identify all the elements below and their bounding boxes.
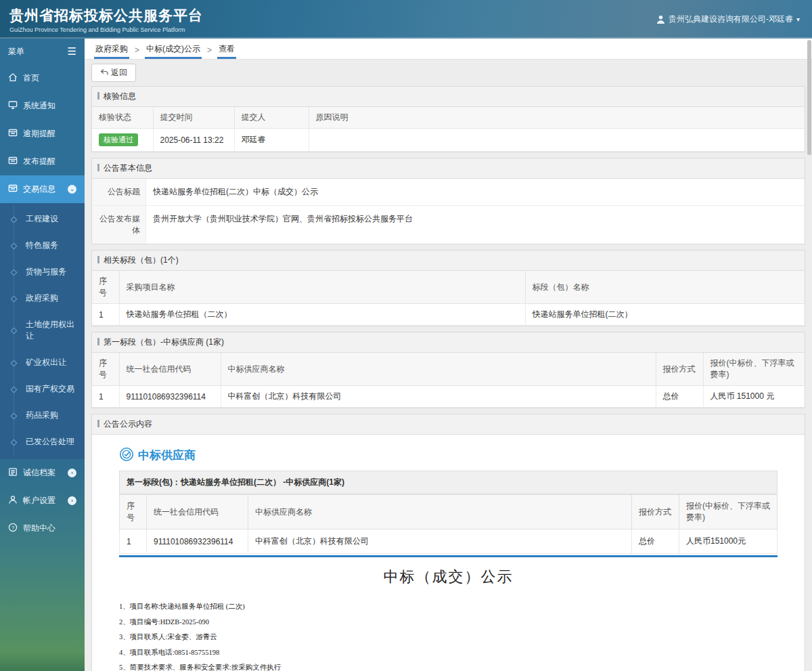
sidebar-item-label: 帐户设置: [23, 495, 55, 506]
award-supplier-title: 中标供应商: [138, 448, 196, 463]
sidebar-item-home[interactable]: 首页: [0, 64, 85, 92]
column-header: 标段（包）名称: [525, 271, 805, 304]
monitor-icon: [8, 100, 18, 112]
sidebar-item-label: 逾期提醒: [23, 128, 55, 139]
row-index: 1: [120, 529, 147, 554]
app-subtitle: GuiZhou Province Tendering and Bidding P…: [9, 26, 203, 33]
chevron-right-icon: ›: [68, 469, 76, 477]
list-item: 公告标题 快递站服务单位招租(二次）中标（成交）公示: [92, 179, 805, 206]
notice-content-body: 中标供应商 第一标段(包)：快递站服务单位招租(二次） -中标供应商(1家) 序…: [92, 435, 805, 671]
column-header: 统一社会信用代码: [147, 495, 248, 529]
back-button[interactable]: 返回: [91, 64, 136, 82]
notice-supplier-table: 序号 统一社会信用代码 中标供应商名称 报价方式 报价(中标价、下浮率或费率) …: [119, 494, 777, 554]
app-title: 贵州省招标投标公共服务平台: [9, 6, 203, 25]
sidebar-item-credit-archive[interactable]: 诚信档案 ›: [0, 459, 85, 487]
question-icon: ?: [8, 523, 18, 534]
table-row: 核验通过 2025-06-11 13:22 邓廷睿: [92, 129, 805, 152]
breadcrumb-item-gov-procurement[interactable]: 政府采购: [94, 43, 129, 59]
winning-supplier-section: 第一标段（包）-中标供应商 (1家) 序号 统一社会信用代码 中标供应商名称 报…: [91, 332, 805, 408]
breadcrumb-item-view[interactable]: 查看: [217, 43, 236, 59]
sidebar-item-publish-reminder[interactable]: 发布提醒: [0, 148, 85, 175]
column-header: 报价(中标价、下浮率或费率): [679, 495, 777, 529]
submenu-item-published-notices[interactable]: 已发公告处理: [0, 429, 85, 455]
folder-icon: [8, 128, 18, 139]
package-bar: 第一标段(包)：快递站服务单位招租(二次） -中标供应商(1家): [119, 471, 777, 494]
section-title: 第一标段（包）-中标供应商 (1家): [92, 332, 805, 353]
column-header: 核验状态: [92, 107, 153, 129]
user-menu[interactable]: 贵州弘典建设咨询有限公司-邓廷睿 ▾: [656, 14, 800, 25]
notice-title: 中标（成交）公示: [119, 567, 777, 587]
column-header: 统一社会信用代码: [119, 353, 221, 386]
toolbar: 返回: [85, 60, 812, 86]
submenu-item-goods-services[interactable]: 货物与服务: [0, 259, 85, 285]
section-title: 相关标段（包）(1个): [92, 251, 805, 271]
column-header: 序号: [120, 495, 147, 529]
submenu-item-gov-procurement[interactable]: 政府采购: [0, 285, 85, 311]
submenu-item-engineering[interactable]: 工程建设: [0, 206, 85, 232]
sidebar-item-label: 诚信档案: [23, 467, 55, 479]
home-icon: [8, 72, 18, 84]
sidebar-item-overdue-reminder[interactable]: 逾期提醒: [0, 120, 85, 148]
quote-method: 总价: [632, 529, 679, 554]
project-name: 快递站服务单位招租（二次）: [119, 304, 525, 326]
field-value: 贵州开放大学（贵州职业技术学院）官网、贵州省招标投标公共服务平台: [146, 206, 805, 244]
submenu-item-mining-rights[interactable]: 矿业权出让: [0, 349, 85, 376]
notice-lines: 1、项目名称:快递站服务单位招租 (二次) 2、项目编号:HDZB-2025-0…: [119, 599, 777, 671]
column-header: 提交人: [234, 107, 309, 129]
supplier-name: 中科富创（北京）科技有限公司: [221, 386, 656, 408]
caret-down-icon: ▾: [796, 16, 800, 23]
breadcrumb-item-award-notice[interactable]: 中标(成交)公示: [145, 43, 202, 59]
column-header: 采购项目名称: [119, 271, 525, 304]
submit-time: 2025-06-11 13:22: [153, 129, 234, 152]
status-badge: 核验通过: [99, 133, 138, 146]
sidebar-item-system-notice[interactable]: 系统通知: [0, 92, 85, 120]
sidebar-item-label: 发布提醒: [23, 156, 55, 167]
supplier-name: 中科富创（北京）科技有限公司: [248, 529, 632, 554]
related-packages-table: 序号 采购项目名称 标段（包）名称 1 快递站服务单位招租（二次） 快递站服务单…: [92, 271, 805, 326]
column-header: 报价(中标价、下浮率或费率): [703, 353, 805, 386]
submenu-item-land-use[interactable]: 土地使用权出让: [0, 311, 85, 349]
credit-code: 911101086932396114: [119, 386, 221, 408]
sidebar-item-label: 帮助中心: [23, 523, 55, 534]
sidebar-header: 菜单 ☰: [0, 39, 85, 64]
chevron-right-icon: ›: [68, 496, 76, 505]
list-icon: [8, 467, 18, 479]
credit-code: 911101086932396114: [147, 529, 248, 554]
package-name: 快递站服务单位招租(二次）: [525, 304, 805, 326]
quote-method: 总价: [656, 386, 703, 408]
sidebar-item-trade-info[interactable]: 交易信息 ⌄: [0, 175, 85, 203]
hamburger-icon[interactable]: ☰: [68, 45, 76, 58]
sidebar-item-account-settings[interactable]: 帐户设置 ›: [0, 487, 85, 515]
submenu-item-state-property[interactable]: 国有产权交易: [0, 376, 85, 402]
column-header: 原因说明: [309, 107, 805, 129]
trade-info-submenu: 工程建设 特色服务 货物与服务 政府采购 土地使用权出让 矿业权出让 国有产权交…: [0, 203, 85, 459]
sidebar-item-help-center[interactable]: ? 帮助中心: [0, 515, 85, 542]
quote-price: 人民币151000元: [679, 529, 777, 554]
submenu-item-special-service[interactable]: 特色服务: [0, 232, 85, 259]
notice-line: 1、项目名称:快递站服务单位招租 (二次): [119, 599, 777, 615]
column-header: 报价方式: [656, 353, 703, 386]
scrollbar-thumb[interactable]: [807, 40, 811, 155]
main-content: 政府采购 > 中标(成交)公示 > 查看 返回 核验信息 核验状态 提交时间 提: [85, 39, 812, 671]
field-label: 公告发布媒体: [92, 206, 146, 244]
vertical-scrollbar[interactable]: [807, 39, 811, 671]
notice-line: 5、简要技术要求、服务和安全要求:按采购文件执行: [119, 660, 777, 671]
column-header: 报价方式: [632, 495, 679, 529]
reason: [309, 129, 805, 152]
user-icon: [656, 15, 665, 24]
notice-content-section: 公告公示内容 中标供应商 第一标段(包)：快递站服务单位招租(二次） -中标供应…: [91, 414, 805, 671]
app-header: 贵州省招标投标公共服务平台 GuiZhou Province Tendering…: [0, 0, 812, 39]
winning-supplier-table: 序号 统一社会信用代码 中标供应商名称 报价方式 报价(中标价、下浮率或费率) …: [92, 353, 805, 408]
row-index: 1: [92, 304, 119, 326]
submenu-item-drug-procurement[interactable]: 药品采购: [0, 402, 85, 429]
section-title: 公告公示内容: [92, 414, 805, 435]
section-title: 公告基本信息: [92, 158, 805, 179]
submitter: 邓廷睿: [234, 129, 309, 152]
svg-text:?: ?: [12, 525, 14, 531]
sidebar-item-label: 交易信息: [23, 183, 55, 195]
column-header: 序号: [92, 271, 119, 304]
person-icon: [8, 495, 18, 506]
breadcrumb-separator: >: [207, 45, 212, 59]
sidebar-item-label: 首页: [23, 72, 39, 84]
row-index: 1: [92, 386, 119, 408]
